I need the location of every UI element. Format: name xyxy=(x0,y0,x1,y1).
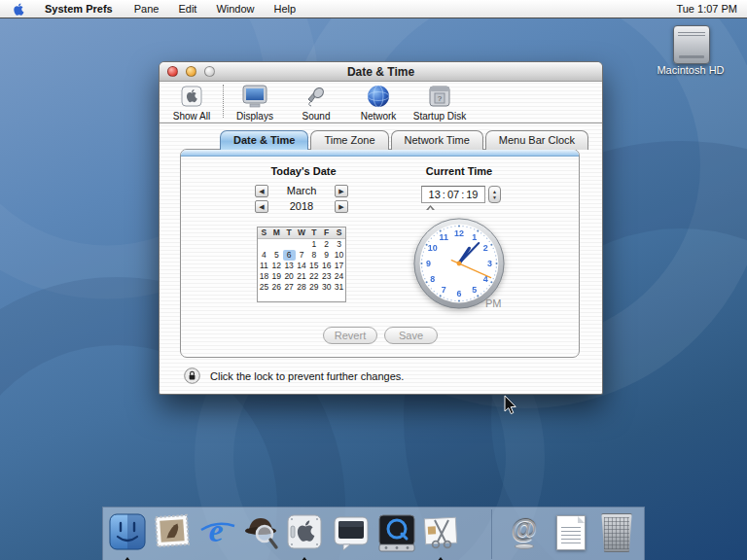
calendar-day[interactable]: 4 xyxy=(258,250,270,261)
left-arrow-icon: ◀ xyxy=(259,203,264,210)
svg-text:3: 3 xyxy=(487,259,492,268)
apple-menu[interactable] xyxy=(12,2,25,17)
toolbar-sound[interactable]: Sound xyxy=(287,83,345,122)
dock-item-quicktime[interactable] xyxy=(376,512,415,551)
startup-disk-icon: ? xyxy=(410,83,469,110)
calendar-day[interactable]: 25 xyxy=(258,282,270,293)
calendar-day[interactable]: 31 xyxy=(333,282,345,293)
calendar-day-header: F xyxy=(320,228,333,238)
toolbar-displays[interactable]: Displays xyxy=(226,83,284,122)
calendar-day[interactable]: 14 xyxy=(296,261,308,271)
macintosh-hd-icon[interactable] xyxy=(673,25,710,64)
calendar-day[interactable]: 5 xyxy=(270,250,283,261)
svg-text:2: 2 xyxy=(483,243,488,253)
dock-item-grab[interactable] xyxy=(421,512,460,551)
calendar-day[interactable]: 23 xyxy=(320,271,333,282)
menu-bar-clock[interactable]: Tue 1:07 PM xyxy=(676,3,747,15)
calendar-day[interactable]: 2 xyxy=(320,239,333,250)
tab-time-zone[interactable]: Time Zone xyxy=(310,130,388,150)
calendar-day[interactable]: 15 xyxy=(307,261,320,271)
calendar-day[interactable]: 24 xyxy=(333,271,345,282)
time-hours[interactable]: 13 xyxy=(429,189,441,200)
calendar-day[interactable]: 11 xyxy=(258,261,270,271)
revert-button[interactable]: Revert xyxy=(323,327,377,344)
svg-text:7: 7 xyxy=(442,285,446,295)
calendar-day-empty xyxy=(270,239,283,250)
menu-app-name[interactable]: System Prefs xyxy=(35,0,124,18)
lock-hint-text: Click the lock to prevent further change… xyxy=(210,370,404,382)
calendar: SMTWTFS 12345678910111213141516171819202… xyxy=(257,227,346,302)
calendar-header: SMTWTFS xyxy=(258,228,345,239)
calendar-day[interactable]: 20 xyxy=(283,271,296,282)
calendar-grid: 1234567891011121314151617181920212223242… xyxy=(258,239,345,303)
toolbar-show-all[interactable]: Show All xyxy=(162,83,221,122)
sherlock-icon xyxy=(241,512,280,551)
dock-item-system-preferences[interactable] xyxy=(285,512,324,551)
calendar-day[interactable]: 13 xyxy=(283,261,296,271)
calendar-day[interactable]: 26 xyxy=(270,282,283,293)
calendar-day[interactable]: 7 xyxy=(296,250,308,261)
title-bar[interactable]: Date & Time xyxy=(160,62,602,82)
calendar-day[interactable]: 28 xyxy=(296,282,308,293)
tab-date-time[interactable]: Date & Time xyxy=(220,130,308,150)
calendar-day[interactable]: 21 xyxy=(296,271,308,282)
calendar-day[interactable]: 30 xyxy=(320,282,333,293)
dock-item-sherlock[interactable] xyxy=(241,512,280,551)
toolbar-separator xyxy=(223,85,224,118)
calendar-day[interactable]: 10 xyxy=(333,250,345,261)
calendar-day[interactable]: 12 xyxy=(270,261,283,271)
month-value: March xyxy=(270,185,333,196)
time-minutes[interactable]: 07 xyxy=(447,189,459,200)
document-icon xyxy=(556,515,586,550)
calendar-day[interactable]: 19 xyxy=(270,271,283,282)
calendar-day-empty xyxy=(283,239,296,250)
month-previous-button[interactable]: ◀ xyxy=(255,185,268,197)
down-arrow-icon[interactable]: ▼ xyxy=(492,194,497,200)
calendar-day[interactable]: 6 xyxy=(283,250,296,261)
calendar-day[interactable]: 29 xyxy=(307,282,320,293)
calendar-day[interactable]: 27 xyxy=(283,282,296,293)
time-stepper[interactable]: ▲ ▼ xyxy=(488,186,501,203)
time-seconds[interactable]: 19 xyxy=(466,189,478,200)
calendar-day[interactable]: 16 xyxy=(320,261,333,271)
sound-icon xyxy=(287,83,345,110)
menu-help[interactable]: Help xyxy=(265,0,306,18)
network-icon xyxy=(349,83,408,110)
calendar-day[interactable]: 8 xyxy=(307,250,320,261)
menu-pane[interactable]: Pane xyxy=(124,0,169,18)
month-next-button[interactable]: ▶ xyxy=(335,185,348,197)
tab-strip: Date & Time Time Zone Network Time Menu … xyxy=(220,130,590,150)
calendar-day[interactable]: 17 xyxy=(333,261,345,271)
calendar-day-header: S xyxy=(258,228,270,238)
dock-item-mail[interactable] xyxy=(153,512,192,551)
tab-menu-bar-clock[interactable]: Menu Bar Clock xyxy=(485,130,588,150)
menu-bar: System Prefs Pane Edit Window Help Tue 1… xyxy=(0,0,747,18)
svg-text:6: 6 xyxy=(457,289,462,298)
year-next-button[interactable]: ▶ xyxy=(335,200,348,213)
calendar-day-header: W xyxy=(296,228,308,238)
toolbar-network[interactable]: Network xyxy=(349,83,408,122)
tab-network-time[interactable]: Network Time xyxy=(391,130,483,150)
macintosh-hd-label[interactable]: Macintosh HD xyxy=(642,64,739,76)
year-stepper-row: ◀ 2018 ▶ xyxy=(181,200,426,214)
menu-window[interactable]: Window xyxy=(206,0,264,18)
lock-icon[interactable] xyxy=(184,368,200,384)
dock-item-internet-explorer[interactable]: e xyxy=(197,512,236,551)
menu-edit[interactable]: Edit xyxy=(168,0,206,18)
calendar-day[interactable]: 18 xyxy=(258,271,270,282)
dock-item-finder[interactable] xyxy=(108,512,147,551)
dock-item-display-app[interactable] xyxy=(332,512,371,551)
time-field[interactable]: 13 : 07 : 19 xyxy=(421,186,485,203)
calendar-day[interactable]: 22 xyxy=(307,271,320,282)
dock-item-at-link[interactable]: @ xyxy=(505,512,544,551)
calendar-day-empty xyxy=(333,293,345,303)
year-previous-button[interactable]: ◀ xyxy=(255,200,268,213)
toolbar-startup-disk[interactable]: ? Startup Disk xyxy=(410,83,469,122)
calendar-day[interactable]: 9 xyxy=(320,250,333,261)
dock-divider xyxy=(491,509,492,559)
calendar-day[interactable]: 1 xyxy=(307,239,320,250)
calendar-day[interactable]: 3 xyxy=(333,239,345,250)
dock-item-trash[interactable] xyxy=(597,512,636,551)
dock-item-document[interactable] xyxy=(551,512,590,551)
save-button[interactable]: Save xyxy=(384,327,438,344)
